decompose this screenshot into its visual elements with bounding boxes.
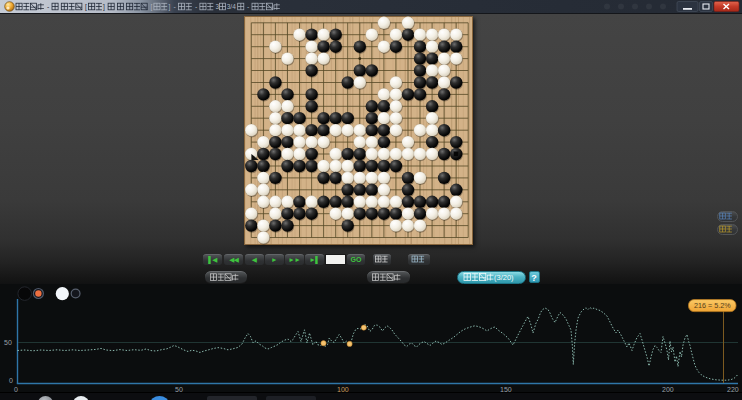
svg-text:[: [: [85, 3, 87, 11]
svg-text:]: ]: [103, 3, 105, 11]
svg-text:3: 3: [215, 3, 219, 10]
svg-text:[: [: [150, 3, 152, 11]
svg-text:50: 50: [4, 339, 12, 346]
svg-text:0: 0: [9, 377, 13, 384]
svg-text:]: ]: [168, 3, 170, 11]
svg-text:3/4: 3/4: [227, 3, 236, 10]
svg-text:216 = 5.2%: 216 = 5.2%: [694, 301, 731, 310]
